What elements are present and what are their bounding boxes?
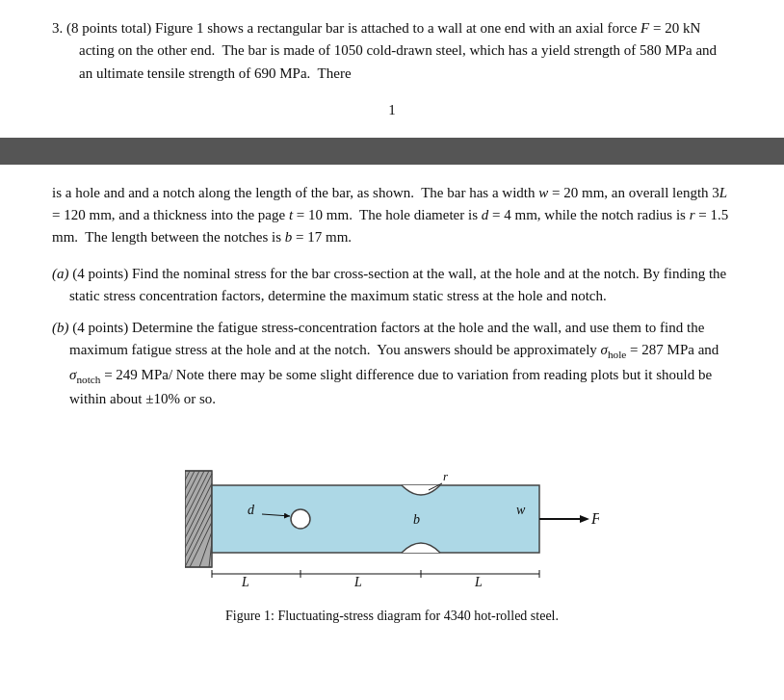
dim-L1: L — [241, 575, 249, 589]
figure-diagram: F d b w r L — [185, 428, 599, 601]
part-b-points: (4 points) — [72, 320, 132, 335]
page-top-section: 3. (8 points total) Figure 1 shows a rec… — [0, 0, 784, 138]
continuation-paragraph: is a hole and and a notch along the leng… — [52, 182, 732, 249]
label-r: r — [443, 469, 449, 483]
label-b: b — [413, 512, 420, 527]
problem-text-1: Figure 1 shows a rectangular bar is atta… — [79, 20, 717, 81]
label-d: d — [248, 503, 255, 517]
page-bottom-section: is a hole and and a notch along the leng… — [0, 165, 784, 644]
part-a-text: Find the nominal stress for the bar cros… — [69, 266, 726, 303]
dim-L3: L — [474, 575, 483, 589]
part-b: (b) (4 points) Determine the fatigue str… — [52, 317, 732, 410]
dim-L2: L — [353, 575, 362, 589]
svg-point-17 — [291, 509, 310, 529]
figure-container: F d b w r L — [52, 428, 732, 624]
figure-caption: Figure 1: Fluctuating-stress diagram for… — [225, 609, 559, 624]
part-a: (a) (4 points) Find the nominal stress f… — [52, 263, 732, 308]
part-a-label: (a) — [52, 266, 72, 281]
page-divider — [0, 138, 784, 165]
part-b-text: Determine the fatigue stress-concentrati… — [69, 320, 719, 406]
figure-svg: F d b w r L — [185, 428, 599, 601]
part-a-points: (4 points) — [72, 266, 132, 281]
page-number: 1 — [52, 85, 732, 128]
svg-rect-16 — [212, 485, 539, 553]
there-text: There — [318, 65, 352, 81]
svg-rect-0 — [185, 471, 212, 567]
problem-number: 3. — [52, 20, 66, 36]
svg-marker-19 — [580, 515, 589, 523]
part-b-label: (b) — [52, 320, 72, 335]
problem-statement: 3. (8 points total) Figure 1 shows a rec… — [52, 17, 732, 85]
problem-points: (8 points total) — [66, 20, 155, 36]
label-F: F — [590, 510, 599, 527]
label-w: w — [516, 503, 526, 517]
